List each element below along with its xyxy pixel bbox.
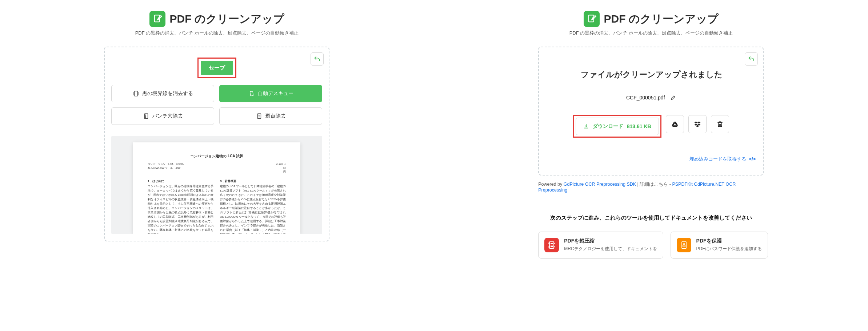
download-size: 813.61 KB [627, 123, 651, 129]
svg-rect-2 [250, 91, 253, 96]
page-header-right: PDF のクリーンアップ PDF の黒枠の消去、パンチ ホールの除去、斑点除去、… [538, 11, 764, 36]
option-despeckle[interactable]: 斑点除去 [219, 107, 322, 125]
code-icon: </> [749, 156, 756, 162]
app-logo-icon [584, 11, 600, 27]
tool-protect-name: PDFを保護 [696, 238, 762, 244]
page-header: PDF のクリーンアップ PDF の黒枠の消去、パンチ ホールの除去、斑点除去、… [104, 11, 329, 36]
deskew-icon [248, 90, 255, 97]
app-logo-icon [149, 11, 165, 27]
google-drive-button[interactable] [666, 115, 684, 133]
punch-hole-icon [143, 113, 149, 119]
svg-point-10 [259, 117, 259, 117]
svg-point-9 [260, 116, 260, 116]
cleanup-card: セーブ 黒の境界線を消去する 自動デスキュー パンチ穴除去 [104, 47, 329, 241]
option-punch-hole-label: パンチ穴除去 [152, 113, 183, 119]
page-border-icon [133, 90, 139, 97]
page-subtitle: PDF の黒枠の消去、パンチ ホールの除去、斑点除去、ページの自動傾き補正 [538, 30, 764, 36]
option-despeckle-label: 斑点除去 [265, 113, 286, 119]
result-filename[interactable]: CCF_000051.pdf [626, 95, 665, 101]
svg-rect-7 [257, 114, 261, 119]
tool-protect-desc: PDFにパスワード保護を追加する [696, 246, 762, 252]
pencil-icon [670, 95, 676, 101]
save-highlight: セーブ [197, 58, 236, 78]
left-pane[interactable]: PDF のクリーンアップ PDF の黒枠の消去、パンチ ホールの除去、斑点除去、… [0, 0, 434, 331]
powered-by: Powered by GdPicture OCR Preprocessing S… [538, 181, 764, 193]
powered-sdk-link[interactable]: GdPicture OCR Preprocessing SDK [564, 182, 636, 187]
google-drive-icon [671, 121, 679, 128]
download-button[interactable]: ダウンロード 813.61 KB [576, 118, 659, 135]
rename-button[interactable] [670, 95, 676, 101]
tool-compress-name: PDFを超圧縮 [564, 238, 657, 244]
right-pane[interactable]: PDF のクリーンアップ PDF の黒枠の消去、パンチ ホールの除去、斑点除去、… [434, 0, 868, 331]
page-title: PDF のクリーンアップ [170, 12, 284, 27]
download-highlight: ダウンロード 813.61 KB [573, 115, 661, 138]
page-title: PDF のクリーンアップ [604, 12, 719, 27]
undo-button[interactable] [745, 52, 758, 66]
option-black-border[interactable]: 黒の境界線を消去する [111, 85, 214, 102]
svg-point-6 [145, 117, 146, 118]
option-black-border-label: 黒の境界線を消去する [142, 90, 193, 97]
tool-compress-desc: MRCテクノロジーを使用して、ドキュメントを [564, 246, 657, 252]
document-preview: コンバージョン建物の LCA 試算 コンバージョン LCA LCCO₂ ALJ-… [111, 136, 322, 234]
embed-code-link[interactable]: 埋め込みコードを取得する </> [689, 156, 756, 162]
option-auto-deskew[interactable]: 自動デスキュー [219, 85, 322, 102]
next-steps-title: 次のステップに進み、これらのツールを使用してドキュメントを改善してください [538, 214, 764, 221]
svg-rect-14 [683, 245, 685, 247]
dropbox-button[interactable] [688, 115, 707, 133]
result-card: ファイルがクリーンアップされました CCF_000051.pdf ダウンロード … [538, 47, 764, 176]
compress-icon [544, 238, 559, 252]
despeckle-icon [256, 113, 263, 119]
tool-compress[interactable]: PDFを超圧縮 MRCテクノロジーを使用して、ドキュメントを [538, 232, 663, 259]
preview-doc-title: コンバージョン建物の LCA 試算 [148, 153, 286, 159]
download-icon [583, 123, 589, 129]
tool-protect[interactable]: PDFを保護 PDFにパスワード保護を追加する [671, 232, 768, 259]
svg-point-5 [145, 116, 146, 117]
dropbox-icon [694, 121, 701, 128]
svg-point-8 [259, 115, 259, 115]
preview-page: コンバージョン建物の LCA 試算 コンバージョン LCA LCCO₂ ALJ-… [133, 142, 300, 234]
save-button[interactable]: セーブ [201, 61, 233, 75]
undo-icon [313, 55, 321, 63]
result-title: ファイルがクリーンアップされました [546, 69, 756, 80]
option-punch-hole[interactable]: パンチ穴除去 [111, 107, 214, 125]
trash-icon [716, 121, 724, 128]
download-label: ダウンロード [593, 123, 623, 130]
undo-button[interactable] [311, 52, 324, 66]
delete-button[interactable] [711, 115, 729, 133]
svg-point-4 [145, 115, 146, 115]
page-subtitle: PDF の黒枠の消去、パンチ ホールの除去、斑点除去、ページの自動傾き補正 [104, 30, 329, 36]
undo-icon [748, 55, 755, 63]
protect-icon [677, 238, 691, 252]
option-auto-deskew-label: 自動デスキュー [258, 90, 293, 97]
svg-rect-1 [134, 91, 137, 96]
